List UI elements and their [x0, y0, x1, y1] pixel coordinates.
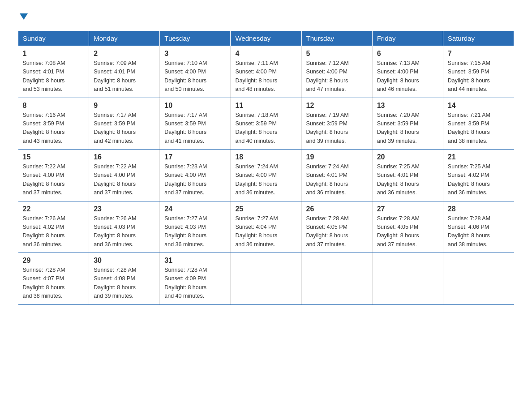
day-number: 11 [235, 102, 296, 110]
calendar-cell: 21Sunrise: 7:25 AMSunset: 4:02 PMDayligh… [443, 150, 514, 201]
day-number: 21 [448, 153, 510, 161]
day-info: Sunrise: 7:22 AMSunset: 4:00 PMDaylight:… [94, 163, 136, 196]
calendar-cell: 24Sunrise: 7:27 AMSunset: 4:03 PMDayligh… [160, 201, 231, 253]
day-number: 25 [235, 205, 296, 213]
calendar-cell: 30Sunrise: 7:28 AMSunset: 4:08 PMDayligh… [89, 253, 160, 305]
calendar-cell: 5Sunrise: 7:12 AMSunset: 4:00 PMDaylight… [301, 46, 372, 98]
day-number: 2 [94, 50, 155, 58]
day-info: Sunrise: 7:28 AMSunset: 4:07 PMDaylight:… [23, 267, 65, 299]
day-of-week-header: Monday [89, 31, 160, 46]
calendar-cell: 14Sunrise: 7:21 AMSunset: 3:59 PMDayligh… [443, 98, 514, 150]
day-info: Sunrise: 7:11 AMSunset: 4:00 PMDaylight:… [235, 60, 278, 92]
calendar-cell: 26Sunrise: 7:28 AMSunset: 4:05 PMDayligh… [301, 201, 372, 253]
day-info: Sunrise: 7:22 AMSunset: 4:00 PMDaylight:… [23, 163, 65, 196]
day-number: 30 [94, 257, 155, 265]
calendar-cell: 28Sunrise: 7:28 AMSunset: 4:06 PMDayligh… [443, 201, 514, 253]
day-info: Sunrise: 7:15 AMSunset: 3:59 PMDaylight:… [448, 60, 490, 92]
calendar-cell: 1Sunrise: 7:08 AMSunset: 4:01 PMDaylight… [18, 46, 89, 98]
day-number: 20 [377, 153, 438, 161]
day-info: Sunrise: 7:21 AMSunset: 3:59 PMDaylight:… [448, 112, 490, 144]
day-info: Sunrise: 7:23 AMSunset: 4:00 PMDaylight:… [164, 163, 207, 196]
day-info: Sunrise: 7:19 AMSunset: 3:59 PMDaylight:… [306, 112, 349, 144]
day-number: 12 [306, 102, 368, 110]
day-of-week-header: Saturday [443, 31, 514, 46]
day-number: 13 [377, 102, 438, 110]
day-info: Sunrise: 7:16 AMSunset: 3:59 PMDaylight:… [23, 112, 65, 144]
calendar-cell: 7Sunrise: 7:15 AMSunset: 3:59 PMDaylight… [443, 46, 514, 98]
day-number: 22 [23, 205, 85, 213]
calendar-cell [372, 253, 443, 305]
day-number: 18 [235, 153, 296, 161]
calendar-cell: 10Sunrise: 7:17 AMSunset: 3:59 PMDayligh… [160, 98, 231, 150]
calendar-table: SundayMondayTuesdayWednesdayThursdayFrid… [18, 30, 514, 305]
day-info: Sunrise: 7:17 AMSunset: 3:59 PMDaylight:… [164, 112, 207, 144]
logo [18, 13, 29, 21]
day-info: Sunrise: 7:10 AMSunset: 4:00 PMDaylight:… [164, 60, 207, 92]
calendar-week-row: 8Sunrise: 7:16 AMSunset: 3:59 PMDaylight… [18, 98, 514, 150]
day-of-week-header: Wednesday [231, 31, 301, 46]
calendar-cell: 25Sunrise: 7:27 AMSunset: 4:04 PMDayligh… [231, 201, 301, 253]
day-info: Sunrise: 7:20 AMSunset: 3:59 PMDaylight:… [377, 112, 420, 144]
calendar-cell: 11Sunrise: 7:18 AMSunset: 3:59 PMDayligh… [231, 98, 301, 150]
day-number: 27 [377, 205, 438, 213]
logo-arrow-icon [19, 12, 29, 21]
day-info: Sunrise: 7:26 AMSunset: 4:02 PMDaylight:… [23, 215, 65, 248]
calendar-week-row: 22Sunrise: 7:26 AMSunset: 4:02 PMDayligh… [18, 201, 514, 253]
day-number: 7 [448, 50, 510, 58]
day-info: Sunrise: 7:28 AMSunset: 4:05 PMDaylight:… [306, 215, 349, 248]
calendar-cell: 8Sunrise: 7:16 AMSunset: 3:59 PMDaylight… [18, 98, 89, 150]
day-number: 28 [448, 205, 510, 213]
calendar-cell: 13Sunrise: 7:20 AMSunset: 3:59 PMDayligh… [372, 98, 443, 150]
calendar-cell: 2Sunrise: 7:09 AMSunset: 4:01 PMDaylight… [89, 46, 160, 98]
day-number: 3 [164, 50, 226, 58]
day-info: Sunrise: 7:08 AMSunset: 4:01 PMDaylight:… [23, 60, 65, 92]
calendar-cell: 27Sunrise: 7:28 AMSunset: 4:05 PMDayligh… [372, 201, 443, 253]
svg-marker-0 [20, 13, 28, 20]
day-info: Sunrise: 7:28 AMSunset: 4:05 PMDaylight:… [377, 215, 420, 248]
day-number: 19 [306, 153, 368, 161]
calendar-cell: 9Sunrise: 7:17 AMSunset: 3:59 PMDaylight… [89, 98, 160, 150]
day-number: 8 [23, 102, 85, 110]
calendar-cell: 12Sunrise: 7:19 AMSunset: 3:59 PMDayligh… [301, 98, 372, 150]
header-row: SundayMondayTuesdayWednesdayThursdayFrid… [18, 31, 514, 46]
day-number: 26 [306, 205, 368, 213]
calendar-cell [443, 253, 514, 305]
day-number: 5 [306, 50, 368, 58]
day-number: 17 [164, 153, 226, 161]
calendar-week-row: 1Sunrise: 7:08 AMSunset: 4:01 PMDaylight… [18, 46, 514, 98]
calendar-cell: 29Sunrise: 7:28 AMSunset: 4:07 PMDayligh… [18, 253, 89, 305]
calendar-cell: 18Sunrise: 7:24 AMSunset: 4:00 PMDayligh… [231, 150, 301, 201]
calendar-cell: 15Sunrise: 7:22 AMSunset: 4:00 PMDayligh… [18, 150, 89, 201]
day-info: Sunrise: 7:28 AMSunset: 4:09 PMDaylight:… [164, 267, 207, 299]
day-of-week-header: Sunday [18, 31, 89, 46]
day-info: Sunrise: 7:26 AMSunset: 4:03 PMDaylight:… [94, 215, 136, 248]
day-info: Sunrise: 7:28 AMSunset: 4:08 PMDaylight:… [94, 267, 136, 299]
day-number: 14 [448, 102, 510, 110]
calendar-cell: 23Sunrise: 7:26 AMSunset: 4:03 PMDayligh… [89, 201, 160, 253]
day-number: 9 [94, 102, 155, 110]
day-info: Sunrise: 7:18 AMSunset: 3:59 PMDaylight:… [235, 112, 278, 144]
day-of-week-header: Friday [372, 31, 443, 46]
calendar-header: SundayMondayTuesdayWednesdayThursdayFrid… [18, 31, 514, 46]
calendar-week-row: 15Sunrise: 7:22 AMSunset: 4:00 PMDayligh… [18, 150, 514, 201]
calendar-cell: 6Sunrise: 7:13 AMSunset: 4:00 PMDaylight… [372, 46, 443, 98]
day-info: Sunrise: 7:25 AMSunset: 4:02 PMDaylight:… [448, 163, 490, 196]
day-info: Sunrise: 7:24 AMSunset: 4:00 PMDaylight:… [235, 163, 278, 196]
calendar-week-row: 29Sunrise: 7:28 AMSunset: 4:07 PMDayligh… [18, 253, 514, 305]
day-of-week-header: Thursday [301, 31, 372, 46]
day-info: Sunrise: 7:27 AMSunset: 4:04 PMDaylight:… [235, 215, 278, 248]
calendar-cell: 20Sunrise: 7:25 AMSunset: 4:01 PMDayligh… [372, 150, 443, 201]
day-number: 23 [94, 205, 155, 213]
day-info: Sunrise: 7:25 AMSunset: 4:01 PMDaylight:… [377, 163, 420, 196]
day-number: 4 [235, 50, 296, 58]
page-header [18, 13, 514, 21]
calendar-cell: 19Sunrise: 7:24 AMSunset: 4:01 PMDayligh… [301, 150, 372, 201]
day-info: Sunrise: 7:17 AMSunset: 3:59 PMDaylight:… [94, 112, 136, 144]
calendar-body: 1Sunrise: 7:08 AMSunset: 4:01 PMDaylight… [18, 46, 514, 305]
day-number: 15 [23, 153, 85, 161]
calendar-cell: 3Sunrise: 7:10 AMSunset: 4:00 PMDaylight… [160, 46, 231, 98]
day-info: Sunrise: 7:28 AMSunset: 4:06 PMDaylight:… [448, 215, 490, 248]
day-info: Sunrise: 7:27 AMSunset: 4:03 PMDaylight:… [164, 215, 207, 248]
calendar-cell: 22Sunrise: 7:26 AMSunset: 4:02 PMDayligh… [18, 201, 89, 253]
day-number: 31 [164, 257, 226, 265]
